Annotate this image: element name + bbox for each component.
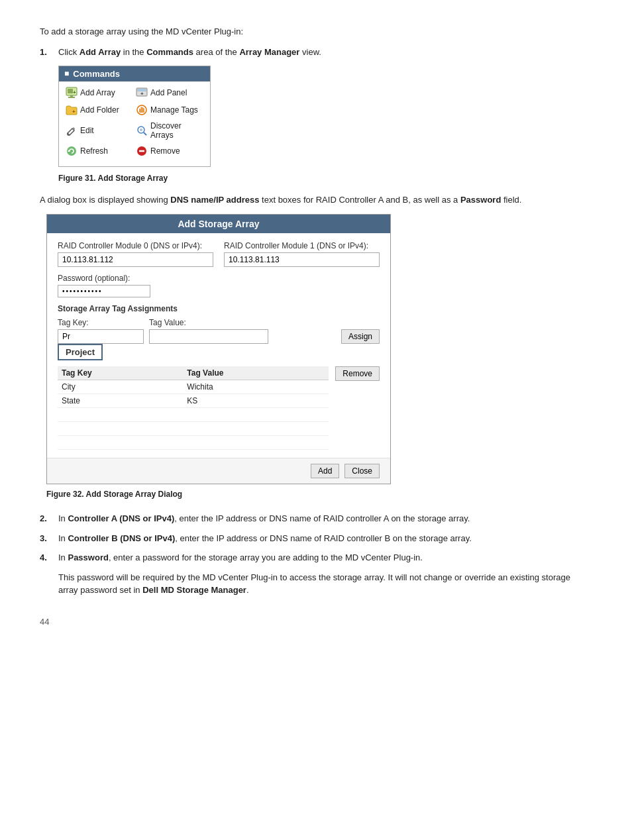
page-number: 44 [40, 617, 592, 627]
tag-key-header: Tag Key [58, 366, 183, 380]
cmd-add-array-label: Add Array [80, 88, 115, 97]
password-bold: Password [460, 195, 501, 205]
array-manager-bold: Array Manager [239, 47, 299, 57]
cmd-remove[interactable]: Remove [136, 145, 203, 157]
cmd-add-folder-label: Add Folder [80, 105, 119, 115]
step-4-text: In Password, enter a password for the st… [58, 551, 423, 564]
desc-paragraph: A dialog box is displayed showing DNS na… [40, 193, 592, 207]
cmd-add-panel[interactable]: + Add Panel [136, 87, 203, 99]
table-cell-state-value: KS [183, 394, 329, 408]
cmd-discover-arrays[interactable]: Discover Arrays [136, 121, 203, 140]
step-2-num: 2. [40, 512, 54, 525]
tag-value-col: Tag Value: [149, 318, 336, 344]
controller1-col: RAID Controller Module 1 (DNS or IPv4): [224, 241, 380, 267]
cmd-manage-tags-label: Manage Tags [150, 105, 198, 115]
assign-btn-col: Assign [341, 317, 380, 344]
step-4-subpara: This password will be required by the MD… [58, 571, 592, 597]
commands-header-title: Commands [73, 69, 120, 79]
svg-text:+: + [140, 91, 144, 97]
tag-value-header: Tag Value [183, 366, 329, 380]
table-cell-state-key: State [58, 394, 183, 408]
close-button[interactable]: Close [344, 464, 380, 478]
tag-table: Tag Key Tag Value City Wichita State KS [58, 366, 329, 450]
add-folder-icon: + [66, 104, 78, 116]
commands-header-icon: ■ [64, 69, 69, 78]
tag-input-row: Tag Key: Project Tag Value: Assign [58, 317, 380, 344]
step-1: 1. Click Add Array in the Commands area … [40, 46, 592, 59]
tag-key-col: Tag Key: Project [58, 318, 144, 344]
steps-section: 2. In Controller A (DNS or IPv4), enter … [40, 512, 592, 597]
step-1-num: 1. [40, 46, 54, 59]
table-row: State KS [58, 394, 329, 408]
add-array-icon: + [66, 87, 78, 99]
table-cell-city-value: Wichita [183, 380, 329, 394]
autocomplete-dropdown[interactable]: Project [58, 344, 103, 360]
tag-table-wrapper: Tag Key Tag Value City Wichita State KS [58, 364, 329, 450]
cmd-refresh[interactable]: Refresh [66, 145, 133, 157]
commands-header: ■ Commands [59, 66, 210, 81]
figure-32-caption: Figure 32. Add Storage Array Dialog [46, 490, 592, 499]
table-row: City Wichita [58, 380, 329, 394]
svg-point-14 [140, 129, 142, 131]
cmd-refresh-label: Refresh [80, 146, 108, 156]
remove-button[interactable]: Remove [335, 366, 380, 381]
controller0-input[interactable] [58, 252, 213, 267]
controller0-label: RAID Controller Module 0 (DNS or IPv4): [58, 241, 213, 250]
step-4-num: 4. [40, 551, 54, 564]
dialog-footer: Add Close [47, 458, 390, 484]
cmd-edit[interactable]: Edit [66, 121, 133, 140]
cmd-manage-tags[interactable]: Manage Tags [136, 104, 203, 116]
password-label: Password (optional): [58, 274, 380, 283]
assign-button[interactable]: Assign [341, 329, 380, 344]
controller-a-bold: Controller A (DNS or IPv4) [68, 513, 174, 523]
step-2: 2. In Controller A (DNS or IPv4), enter … [40, 512, 592, 525]
step-3: 3. In Controller B (DNS or IPv4), enter … [40, 532, 592, 545]
edit-icon [66, 125, 78, 136]
commands-bold: Commands [146, 47, 193, 57]
svg-text:+: + [72, 109, 76, 115]
tag-section-label: Storage Array Tag Assignments [58, 304, 380, 313]
cmd-add-array[interactable]: + Add Array [66, 87, 133, 99]
password-bold2: Password [68, 552, 108, 562]
step-3-text: In Controller B (DNS or IPv4), enter the… [58, 532, 472, 545]
add-array-bold: Add Array [79, 47, 121, 57]
commands-panel: ■ Commands + Add Array + Add Panel + [58, 66, 211, 167]
cmd-add-folder[interactable]: + Add Folder [66, 104, 133, 116]
svg-rect-3 [68, 97, 75, 98]
dns-bold: DNS name/IP address [170, 195, 259, 205]
tag-key-label: Tag Key: [58, 318, 144, 327]
step-4: 4. In Password, enter a password for the… [40, 551, 592, 564]
dell-md-bold: Dell MD Storage Manager [142, 585, 246, 595]
tag-value-input[interactable] [149, 329, 268, 344]
cmd-edit-label: Edit [80, 126, 94, 135]
add-storage-array-dialog: Add Storage Array RAID Controller Module… [46, 214, 391, 484]
cmd-remove-label: Remove [150, 146, 180, 156]
step-1-text: Click Add Array in the Commands area of … [58, 46, 321, 59]
cmd-discover-arrays-label: Discover Arrays [150, 121, 203, 140]
table-row-empty [58, 436, 329, 450]
controller1-label: RAID Controller Module 1 (DNS or IPv4): [224, 241, 380, 250]
dialog-body: RAID Controller Module 0 (DNS or IPv4): … [47, 233, 390, 458]
svg-line-15 [144, 132, 146, 135]
step-3-num: 3. [40, 532, 54, 545]
tag-value-label: Tag Value: [149, 318, 336, 327]
discover-arrays-icon [136, 125, 148, 136]
tag-table-section: Tag Key Tag Value City Wichita State KS [58, 364, 380, 450]
dialog-titlebar: Add Storage Array [47, 215, 390, 233]
controller0-col: RAID Controller Module 0 (DNS or IPv4): [58, 241, 213, 267]
svg-point-10 [140, 107, 141, 109]
intro-paragraph: To add a storage array using the MD vCen… [40, 26, 592, 36]
step-2-text: In Controller A (DNS or IPv4), enter the… [58, 512, 470, 525]
table-cell-city-key: City [58, 380, 183, 394]
table-row-empty [58, 408, 329, 422]
tag-key-input[interactable] [58, 329, 144, 344]
remove-btn-col: Remove [335, 364, 380, 381]
manage-tags-icon [136, 104, 148, 116]
svg-text:+: + [73, 89, 76, 95]
add-panel-icon: + [136, 87, 148, 99]
refresh-icon [66, 145, 78, 157]
cmd-add-panel-label: Add Panel [150, 88, 187, 97]
controller1-input[interactable] [224, 252, 380, 267]
add-button[interactable]: Add [311, 464, 339, 478]
password-input[interactable] [58, 285, 150, 297]
